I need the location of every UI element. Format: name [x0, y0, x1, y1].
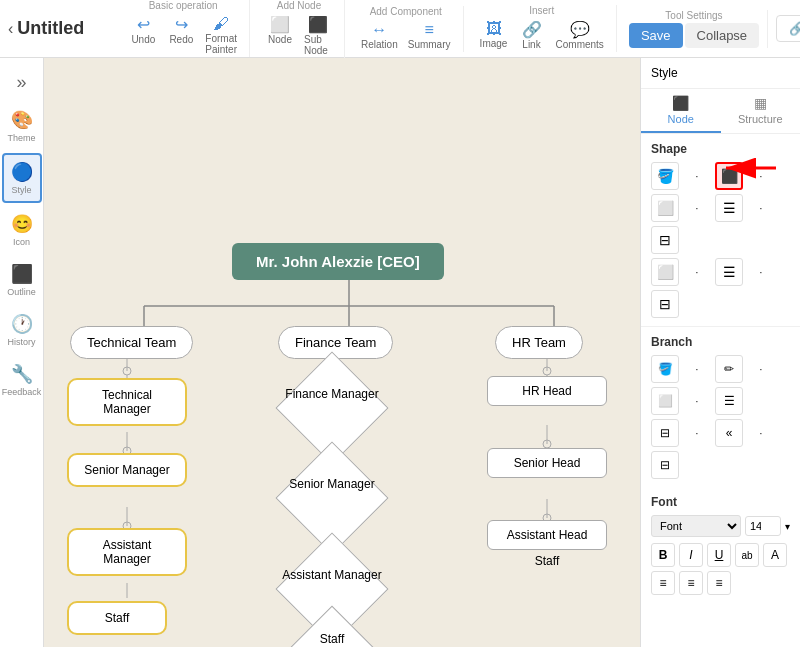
insert-label: Insert [529, 5, 554, 16]
style-label: Style [11, 185, 31, 195]
insert-items: 🖼Image 🔗Link 💬Comments [476, 18, 608, 52]
shape-lines-btn[interactable]: ☰ [715, 194, 743, 222]
font-color-btn[interactable]: A [763, 543, 787, 567]
summary-button[interactable]: ≡Summary [404, 19, 455, 52]
font-size-input[interactable] [745, 516, 781, 536]
node-tab-icon: ⬛ [672, 95, 689, 111]
collapse-button[interactable]: Collapse [685, 23, 760, 48]
icon-smiley-icon: 😊 [11, 213, 33, 235]
relation-button[interactable]: ↔Relation [357, 19, 402, 52]
branch-end-btn[interactable]: ⊟ [651, 451, 679, 479]
history-icon: 🕐 [11, 313, 33, 335]
branch-lines-btn[interactable]: ☰ [715, 387, 743, 415]
link-icon: 🔗 [522, 20, 542, 39]
hr-head-node[interactable]: HR Head [487, 376, 607, 406]
back-button[interactable]: ‹ [8, 17, 13, 41]
feedback-label: Feedback [2, 387, 42, 397]
shape-lines2-btn[interactable]: ☰ [715, 258, 743, 286]
shape-rect2-btn[interactable]: ⬜ [651, 258, 679, 286]
shape-grid: 🪣 · ⬛ · ⬜ · ☰ · ⊟ [651, 162, 790, 254]
theme-label: Theme [7, 133, 35, 143]
style-icon: 🔵 [11, 161, 33, 183]
svg-point-26 [543, 367, 551, 375]
subnode-button[interactable]: ⬛Sub Node [300, 13, 336, 58]
branch-section: Branch 🪣 · ✏ · ⬜ · ☰ ⊟ · « · ⊟ [641, 327, 800, 487]
dot-b3: · [683, 387, 711, 415]
sidebar-item-icon[interactable]: 😊 Icon [2, 207, 42, 253]
branch-fill-btn[interactable]: 🪣 [651, 355, 679, 383]
branch-indent-btn[interactable]: « [715, 419, 743, 447]
dot-sep4: · [747, 194, 775, 222]
sidebar-item-theme[interactable]: 🎨 Theme [2, 103, 42, 149]
underline-btn[interactable]: U [707, 543, 731, 567]
addnode-items: ⬜Node ⬛Sub Node [262, 13, 336, 58]
node-button[interactable]: ⬜Node [262, 13, 298, 58]
align-left-btn[interactable]: ≡ [651, 571, 675, 595]
shape-section-title: Shape [651, 142, 790, 156]
font-section-title: Font [651, 495, 790, 509]
italic-btn[interactable]: I [679, 543, 703, 567]
align-center-btn[interactable]: ≡ [679, 571, 703, 595]
shape-active-btn[interactable]: ⬛ [715, 162, 743, 190]
align-right-btn[interactable]: ≡ [707, 571, 731, 595]
feedback-icon: 🔧 [11, 363, 33, 385]
branch-dash-btn[interactable]: ⊟ [651, 419, 679, 447]
bold-btn[interactable]: B [651, 543, 675, 567]
comments-button[interactable]: 💬Comments [552, 18, 608, 52]
share-button[interactable]: 🔗 Share [776, 15, 800, 42]
svg-point-6 [123, 367, 131, 375]
dot-sep5: · [683, 258, 711, 286]
font-section: Font Font ▾ B I U ab A ≡ ≡ ≡ [641, 487, 800, 603]
image-button[interactable]: 🖼Image [476, 18, 512, 52]
finance-team-node[interactable]: Finance Team [278, 326, 393, 359]
sidebar-item-history[interactable]: 🕐 History [2, 307, 42, 353]
senior-manager-tech-node[interactable]: Senior Manager [67, 453, 187, 487]
basic-op-items: ↩Undo ↪Redo 🖌Format Painter [125, 13, 241, 57]
tab-structure[interactable]: ▦ Structure [721, 89, 801, 133]
font-select[interactable]: Font [651, 515, 741, 537]
icon-label: Icon [13, 237, 30, 247]
branch-rect-btn[interactable]: ⬜ [651, 387, 679, 415]
node-icon: ⬜ [270, 15, 290, 34]
sidebar-item-style[interactable]: 🔵 Style [2, 153, 42, 203]
font-format-row: B I U ab A [651, 543, 790, 567]
sidebar-item-feedback[interactable]: 🔧 Feedback [2, 357, 42, 403]
shape-dash2-btn[interactable]: ⊟ [651, 290, 679, 318]
fill-color-btn[interactable]: 🪣 [651, 162, 679, 190]
tab-node[interactable]: ⬛ Node [641, 89, 721, 133]
redo-button[interactable]: ↪Redo [163, 13, 199, 57]
assistant-head-node[interactable]: Assistant Head [487, 520, 607, 550]
staff-tech-node[interactable]: Staff [67, 601, 167, 635]
addcomp-items: ↔Relation ≡Summary [357, 19, 455, 52]
shape-rect-btn[interactable]: ⬜ [651, 194, 679, 222]
branch-section-title: Branch [651, 335, 790, 349]
app-title: Untitled [17, 18, 97, 39]
undo-button[interactable]: ↩Undo [125, 13, 161, 57]
basic-op-label: Basic operation [149, 0, 218, 11]
assistant-manager-tech-node[interactable]: Assistant Manager [67, 528, 187, 576]
shape-dash-btn[interactable]: ⊟ [651, 226, 679, 254]
technical-team-node[interactable]: Technical Team [70, 326, 193, 359]
undo-icon: ↩ [137, 15, 150, 34]
canvas-area[interactable]: Mr. John Alexzie [CEO] Technical Team Te… [44, 58, 640, 647]
format-painter-icon: 🖌 [213, 15, 229, 33]
shape-grid-2: ⬜ · ☰ · ⊟ [651, 258, 790, 318]
format-painter-button[interactable]: 🖌Format Painter [201, 13, 241, 57]
summary-icon: ≡ [424, 21, 433, 39]
dot-separator: · [683, 162, 711, 190]
technical-manager-node[interactable]: Technical Manager [67, 378, 187, 426]
save-button[interactable]: Save [629, 23, 683, 48]
branch-grid: 🪣 · ✏ · ⬜ · ☰ [651, 355, 790, 415]
relation-icon: ↔ [371, 21, 387, 39]
sidebar-collapse-btn[interactable]: » [2, 66, 42, 99]
sidebar-item-outline[interactable]: ⬛ Outline [2, 257, 42, 303]
outline-label: Outline [7, 287, 36, 297]
strikethrough-btn[interactable]: ab [735, 543, 759, 567]
toolbar-group-insert: Insert 🖼Image 🔗Link 💬Comments [468, 5, 617, 52]
ceo-node[interactable]: Mr. John Alexzie [CEO] [232, 243, 444, 280]
senior-head-node[interactable]: Senior Head [487, 448, 607, 478]
staff-hr-node[interactable]: Staff [512, 554, 582, 568]
hr-team-node[interactable]: HR Team [495, 326, 583, 359]
link-button[interactable]: 🔗Link [514, 18, 550, 52]
branch-color-btn[interactable]: ✏ [715, 355, 743, 383]
